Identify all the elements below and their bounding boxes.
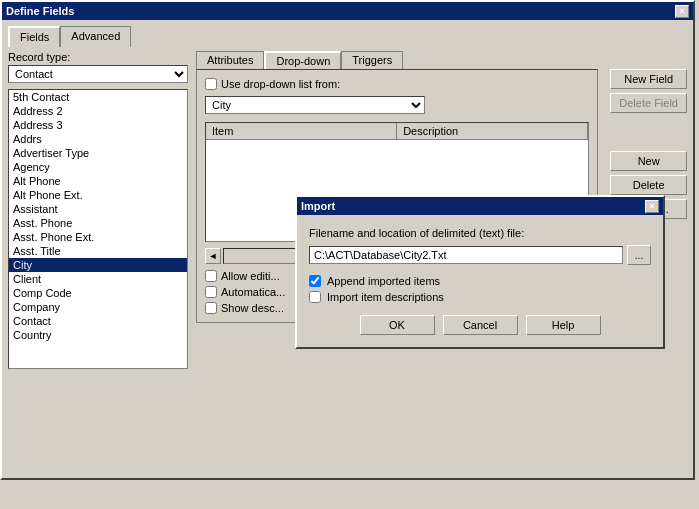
scroll-left-btn[interactable]: ◄ — [205, 248, 221, 264]
filename-label: Filename and location of delimited (text… — [309, 227, 651, 239]
list-item[interactable]: Asst. Phone Ext. — [9, 230, 187, 244]
import-body: Filename and location of delimited (text… — [297, 215, 663, 347]
append-checkbox[interactable] — [309, 275, 321, 287]
import-desc-row: Import item descriptions — [309, 291, 651, 303]
show-desc-checkbox[interactable] — [205, 302, 217, 314]
import-buttons: OK Cancel Help — [309, 315, 651, 335]
new-item-button[interactable]: New — [610, 151, 687, 171]
ok-button[interactable]: OK — [360, 315, 435, 335]
tab-advanced[interactable]: Advanced — [60, 26, 131, 47]
list-item[interactable]: Advertiser Type — [9, 146, 187, 160]
col-description: Description — [397, 123, 588, 139]
record-type-select[interactable]: Contact Company Group — [8, 65, 188, 83]
list-item[interactable]: Address 3 — [9, 118, 187, 132]
list-item[interactable]: Agency — [9, 160, 187, 174]
list-item[interactable]: Contact — [9, 314, 187, 328]
list-item[interactable]: Asst. Title — [9, 244, 187, 258]
left-panel: Record type: Contact Company Group 5th C… — [8, 51, 188, 369]
file-input-row: ... — [309, 245, 651, 265]
new-field-button[interactable]: New Field — [610, 69, 687, 89]
title-bar-buttons: × — [675, 5, 689, 18]
tab-attributes[interactable]: Attributes — [196, 51, 264, 69]
tab-triggers[interactable]: Triggers — [341, 51, 403, 69]
list-item[interactable]: 5th Contact — [9, 90, 187, 104]
allow-editing-checkbox[interactable] — [205, 270, 217, 282]
import-checkboxes: Append imported items Import item descri… — [309, 275, 651, 303]
allow-editing-label: Allow editi... — [221, 270, 280, 282]
list-item-city[interactable]: City — [9, 258, 187, 272]
import-title-bar: Import × — [297, 197, 663, 215]
window-title: Define Fields — [6, 5, 74, 17]
list-item[interactable]: Assistant — [9, 202, 187, 216]
browse-button[interactable]: ... — [627, 245, 651, 265]
title-bar: Define Fields × — [2, 2, 693, 20]
automatically-label: Automatica... — [221, 286, 285, 298]
close-button[interactable]: × — [675, 5, 689, 18]
import-desc-label: Import item descriptions — [327, 291, 444, 303]
field-list: 5th Contact Address 2 Address 3 Addrs Ad… — [8, 89, 188, 369]
show-desc-label: Show desc... — [221, 302, 284, 314]
append-row: Append imported items — [309, 275, 651, 287]
table-header: Item Description — [206, 123, 588, 140]
tab-dropdown[interactable]: Drop-down — [264, 51, 341, 69]
use-dropdown-row: Use drop-down list from: — [205, 78, 589, 90]
list-item[interactable]: Asst. Phone — [9, 216, 187, 230]
import-desc-checkbox[interactable] — [309, 291, 321, 303]
col-item: Item — [206, 123, 397, 139]
inner-tabs: Attributes Drop-down Triggers — [196, 51, 687, 69]
list-item[interactable]: Client — [9, 272, 187, 286]
filename-input[interactable] — [309, 246, 623, 264]
list-item[interactable]: Alt Phone — [9, 174, 187, 188]
list-item[interactable]: Addrs — [9, 132, 187, 146]
import-close-button[interactable]: × — [645, 200, 659, 213]
list-item[interactable]: Alt Phone Ext. — [9, 188, 187, 202]
import-dialog-title: Import — [301, 200, 335, 212]
import-dialog: Import × Filename and location of delimi… — [295, 195, 665, 349]
use-dropdown-checkbox[interactable] — [205, 78, 217, 90]
list-item[interactable]: Country — [9, 328, 187, 342]
delete-item-button[interactable]: Delete — [610, 175, 687, 195]
list-item[interactable]: Address 2 — [9, 104, 187, 118]
tab-fields[interactable]: Fields — [8, 26, 60, 47]
dropdown-city-select[interactable]: City — [205, 96, 425, 114]
cancel-button[interactable]: Cancel — [443, 315, 518, 335]
record-type-label: Record type: — [8, 51, 188, 63]
help-button[interactable]: Help — [526, 315, 601, 335]
delete-field-button[interactable]: Delete Field — [610, 93, 687, 113]
automatically-checkbox[interactable] — [205, 286, 217, 298]
outer-tabs: Fields Advanced — [8, 26, 687, 47]
list-item[interactable]: Comp Code — [9, 286, 187, 300]
append-label: Append imported items — [327, 275, 440, 287]
dropdown-select-row: City — [205, 96, 589, 114]
use-dropdown-label: Use drop-down list from: — [221, 78, 340, 90]
list-item[interactable]: Company — [9, 300, 187, 314]
